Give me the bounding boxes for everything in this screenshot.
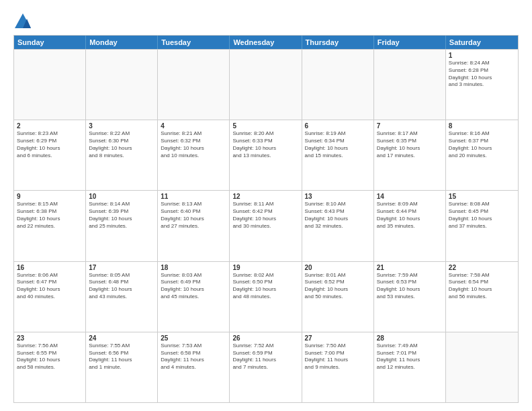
day-number: 24 <box>89 334 154 342</box>
day-number: 22 <box>449 264 515 271</box>
day-info: Sunrise: 8:16 AM Sunset: 6:37 PM Dayligh… <box>449 130 515 159</box>
day-info: Sunrise: 7:49 AM Sunset: 7:01 PM Dayligh… <box>377 342 443 371</box>
day-number: 21 <box>377 264 443 271</box>
day-info: Sunrise: 8:19 AM Sunset: 6:34 PM Dayligh… <box>305 130 371 159</box>
day-number: 12 <box>232 193 298 200</box>
day-number: 28 <box>377 334 443 342</box>
calendar-cell <box>446 332 518 402</box>
day-info: Sunrise: 8:06 AM Sunset: 6:47 PM Dayligh… <box>17 272 83 301</box>
day-info: Sunrise: 8:20 AM Sunset: 6:33 PM Dayligh… <box>232 130 298 159</box>
day-number: 25 <box>161 334 226 342</box>
day-info: Sunrise: 7:55 AM Sunset: 6:56 PM Dayligh… <box>89 342 154 371</box>
day-number: 5 <box>232 122 298 130</box>
day-info: Sunrise: 8:22 AM Sunset: 6:30 PM Dayligh… <box>89 130 154 159</box>
calendar-cell: 1Sunrise: 8:24 AM Sunset: 6:28 PM Daylig… <box>446 50 518 120</box>
day-info: Sunrise: 8:21 AM Sunset: 6:32 PM Dayligh… <box>161 130 226 159</box>
day-number: 1 <box>449 52 515 59</box>
calendar-cell: 4Sunrise: 8:21 AM Sunset: 6:32 PM Daylig… <box>158 120 230 190</box>
day-info: Sunrise: 8:10 AM Sunset: 6:43 PM Dayligh… <box>305 201 371 230</box>
day-info: Sunrise: 8:14 AM Sunset: 6:39 PM Dayligh… <box>89 201 154 230</box>
day-number: 6 <box>305 122 371 130</box>
day-info: Sunrise: 8:24 AM Sunset: 6:28 PM Dayligh… <box>449 60 515 89</box>
calendar-cell <box>158 50 230 120</box>
calendar-cell: 20Sunrise: 8:01 AM Sunset: 6:52 PM Dayli… <box>302 262 374 332</box>
calendar-cell: 13Sunrise: 8:10 AM Sunset: 6:43 PM Dayli… <box>302 191 374 261</box>
day-info: Sunrise: 8:23 AM Sunset: 6:29 PM Dayligh… <box>17 130 83 159</box>
calendar-cell: 7Sunrise: 8:17 AM Sunset: 6:35 PM Daylig… <box>374 120 446 190</box>
calendar-cell <box>86 50 158 120</box>
header-day-tuesday: Tuesday <box>158 36 230 49</box>
day-number: 10 <box>89 193 154 200</box>
day-number: 14 <box>377 193 443 200</box>
calendar-cell: 12Sunrise: 8:11 AM Sunset: 6:42 PM Dayli… <box>230 191 302 261</box>
day-number: 23 <box>17 334 83 342</box>
page: SundayMondayTuesdayWednesdayThursdayFrid… <box>0 0 532 411</box>
calendar-cell: 2Sunrise: 8:23 AM Sunset: 6:29 PM Daylig… <box>14 120 86 190</box>
day-number: 8 <box>449 122 515 130</box>
day-info: Sunrise: 8:01 AM Sunset: 6:52 PM Dayligh… <box>305 272 371 301</box>
day-number: 20 <box>305 264 371 271</box>
calendar-cell: 14Sunrise: 8:09 AM Sunset: 6:44 PM Dayli… <box>374 191 446 261</box>
calendar-cell: 27Sunrise: 7:50 AM Sunset: 7:00 PM Dayli… <box>302 332 374 402</box>
day-info: Sunrise: 7:52 AM Sunset: 6:59 PM Dayligh… <box>232 342 298 371</box>
calendar-cell: 15Sunrise: 8:08 AM Sunset: 6:45 PM Dayli… <box>446 191 518 261</box>
day-info: Sunrise: 8:08 AM Sunset: 6:45 PM Dayligh… <box>449 201 515 230</box>
calendar-row-5: 23Sunrise: 7:56 AM Sunset: 6:55 PM Dayli… <box>14 332 518 402</box>
day-info: Sunrise: 7:53 AM Sunset: 6:58 PM Dayligh… <box>161 342 226 371</box>
logo <box>13 12 35 31</box>
day-info: Sunrise: 8:09 AM Sunset: 6:44 PM Dayligh… <box>377 201 443 230</box>
calendar-cell: 18Sunrise: 8:03 AM Sunset: 6:49 PM Dayli… <box>158 262 230 332</box>
day-info: Sunrise: 7:58 AM Sunset: 6:54 PM Dayligh… <box>449 272 515 301</box>
calendar-cell: 21Sunrise: 7:59 AM Sunset: 6:53 PM Dayli… <box>374 262 446 332</box>
day-number: 19 <box>232 264 298 271</box>
day-info: Sunrise: 8:11 AM Sunset: 6:42 PM Dayligh… <box>232 201 298 230</box>
calendar-cell <box>14 50 86 120</box>
day-info: Sunrise: 8:03 AM Sunset: 6:49 PM Dayligh… <box>161 272 226 301</box>
calendar-cell: 10Sunrise: 8:14 AM Sunset: 6:39 PM Dayli… <box>86 191 158 261</box>
day-number: 3 <box>89 122 154 130</box>
day-number: 27 <box>305 334 371 342</box>
header-day-saturday: Saturday <box>446 36 518 49</box>
calendar-cell: 24Sunrise: 7:55 AM Sunset: 6:56 PM Dayli… <box>86 332 158 402</box>
calendar-cell: 22Sunrise: 7:58 AM Sunset: 6:54 PM Dayli… <box>446 262 518 332</box>
calendar-cell: 5Sunrise: 8:20 AM Sunset: 6:33 PM Daylig… <box>230 120 302 190</box>
calendar-cell: 19Sunrise: 8:02 AM Sunset: 6:50 PM Dayli… <box>230 262 302 332</box>
header-day-thursday: Thursday <box>302 36 374 49</box>
day-number: 15 <box>449 193 515 200</box>
header-day-sunday: Sunday <box>14 36 86 49</box>
calendar-cell: 6Sunrise: 8:19 AM Sunset: 6:34 PM Daylig… <box>302 120 374 190</box>
calendar-body: 1Sunrise: 8:24 AM Sunset: 6:28 PM Daylig… <box>14 49 518 402</box>
day-number: 7 <box>377 122 443 130</box>
day-number: 16 <box>17 264 83 271</box>
calendar-cell: 25Sunrise: 7:53 AM Sunset: 6:58 PM Dayli… <box>158 332 230 402</box>
day-info: Sunrise: 7:50 AM Sunset: 7:00 PM Dayligh… <box>305 342 371 371</box>
day-number: 18 <box>161 264 226 271</box>
header-day-wednesday: Wednesday <box>230 36 302 49</box>
calendar-cell: 11Sunrise: 8:13 AM Sunset: 6:40 PM Dayli… <box>158 191 230 261</box>
day-info: Sunrise: 8:17 AM Sunset: 6:35 PM Dayligh… <box>377 130 443 159</box>
calendar-cell: 28Sunrise: 7:49 AM Sunset: 7:01 PM Dayli… <box>374 332 446 402</box>
day-info: Sunrise: 8:05 AM Sunset: 6:48 PM Dayligh… <box>89 272 154 301</box>
day-info: Sunrise: 7:59 AM Sunset: 6:53 PM Dayligh… <box>377 272 443 301</box>
calendar-row-2: 2Sunrise: 8:23 AM Sunset: 6:29 PM Daylig… <box>14 120 518 190</box>
calendar-cell: 16Sunrise: 8:06 AM Sunset: 6:47 PM Dayli… <box>14 262 86 332</box>
day-info: Sunrise: 8:02 AM Sunset: 6:50 PM Dayligh… <box>232 272 298 301</box>
calendar-cell: 3Sunrise: 8:22 AM Sunset: 6:30 PM Daylig… <box>86 120 158 190</box>
day-number: 13 <box>305 193 371 200</box>
day-number: 17 <box>89 264 154 271</box>
calendar-cell: 9Sunrise: 8:15 AM Sunset: 6:38 PM Daylig… <box>14 191 86 261</box>
day-number: 9 <box>17 193 83 200</box>
calendar-cell: 23Sunrise: 7:56 AM Sunset: 6:55 PM Dayli… <box>14 332 86 402</box>
calendar-header: SundayMondayTuesdayWednesdayThursdayFrid… <box>14 36 518 49</box>
day-number: 2 <box>17 122 83 130</box>
calendar-cell <box>374 50 446 120</box>
day-info: Sunrise: 7:56 AM Sunset: 6:55 PM Dayligh… <box>17 342 83 371</box>
calendar-row-3: 9Sunrise: 8:15 AM Sunset: 6:38 PM Daylig… <box>14 190 518 261</box>
calendar-cell <box>302 50 374 120</box>
day-number: 26 <box>232 334 298 342</box>
header-day-monday: Monday <box>86 36 158 49</box>
calendar-row-1: 1Sunrise: 8:24 AM Sunset: 6:28 PM Daylig… <box>14 49 518 120</box>
day-number: 4 <box>161 122 226 130</box>
calendar-row-4: 16Sunrise: 8:06 AM Sunset: 6:47 PM Dayli… <box>14 261 518 332</box>
calendar: SundayMondayTuesdayWednesdayThursdayFrid… <box>13 35 519 403</box>
